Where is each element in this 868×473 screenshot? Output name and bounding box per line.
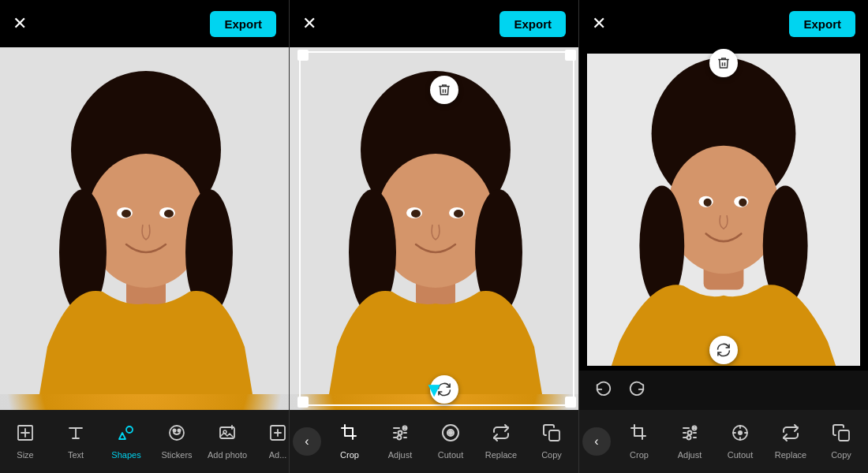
stickers-icon bbox=[167, 423, 186, 447]
panel-3-toolbar-scroll[interactable]: Crop Adjust bbox=[614, 410, 866, 473]
toolbar-chevron-left[interactable]: ‹ bbox=[293, 427, 321, 456]
tool-size[interactable]: Size bbox=[0, 410, 51, 473]
tool-adjust-label: Adjust bbox=[388, 450, 413, 460]
tool-replace[interactable]: Replace bbox=[476, 410, 526, 473]
panel-3-cutout-icon bbox=[731, 423, 750, 447]
panel-3: ✕ Export bbox=[579, 0, 868, 473]
panel-1-export-button[interactable]: Export bbox=[210, 11, 276, 37]
tool-text[interactable]: Text bbox=[51, 410, 101, 473]
svg-point-34 bbox=[449, 431, 452, 434]
tool-adjust[interactable]: Adjust bbox=[375, 410, 425, 473]
panel-1-header: ✕ Export bbox=[0, 0, 289, 47]
panel-1-toolbar-scroll[interactable]: Size Text Sha bbox=[0, 410, 289, 473]
tool-add-photo-label: Add photo bbox=[208, 450, 247, 460]
panel-3-copy-label: Copy bbox=[831, 450, 851, 460]
panel-2-export-button[interactable]: Export bbox=[499, 11, 566, 37]
svg-point-44 bbox=[704, 199, 712, 207]
panel-3-toolbar-chevron-left[interactable]: ‹ bbox=[582, 427, 611, 456]
shapes-icon bbox=[117, 423, 136, 447]
svg-point-14 bbox=[170, 426, 184, 440]
panel-2-close-button[interactable]: ✕ bbox=[302, 15, 316, 32]
copy-icon bbox=[542, 423, 561, 447]
panel-1-person-photo bbox=[0, 47, 289, 410]
adjust-icon bbox=[391, 423, 410, 447]
panel-1-toolbar: Size Text Sha bbox=[0, 410, 289, 473]
size-icon bbox=[16, 423, 35, 447]
panel-3-copy-icon bbox=[832, 423, 851, 447]
panel-2-arrow-indicator: ▼ bbox=[424, 378, 444, 402]
svg-point-33 bbox=[454, 210, 463, 218]
tool-stickers[interactable]: Stickers bbox=[152, 410, 202, 473]
panel-1-photo-area bbox=[0, 47, 289, 410]
add2-icon bbox=[268, 423, 287, 447]
panel-2-toolbar-scroll[interactable]: Crop Adjust bbox=[324, 410, 577, 473]
svg-point-39 bbox=[668, 146, 780, 274]
cutout-icon bbox=[441, 423, 460, 447]
svg-point-45 bbox=[739, 199, 746, 207]
panel-3-delete-icon[interactable] bbox=[709, 49, 738, 77]
svg-rect-35 bbox=[549, 430, 559, 441]
tool-replace-label: Replace bbox=[485, 450, 517, 460]
replace-icon bbox=[492, 423, 511, 447]
panel-3-white-card bbox=[587, 54, 860, 366]
panel-3-adjust-icon bbox=[680, 423, 699, 447]
panel-3-tool-cutout[interactable]: Cutout bbox=[715, 410, 765, 473]
panel-3-crop-label: Crop bbox=[630, 450, 649, 460]
panel-3-header: ✕ Export bbox=[579, 0, 868, 47]
panel-3-replace-label: Replace bbox=[775, 450, 806, 460]
svg-point-8 bbox=[122, 210, 131, 218]
panel-3-tool-crop[interactable]: Crop bbox=[614, 410, 664, 473]
panel-2-toolbar: ‹ Crop bbox=[290, 410, 578, 473]
panel-2-photo-area bbox=[290, 47, 578, 410]
tool-crop-label: Crop bbox=[340, 450, 359, 460]
svg-point-15 bbox=[174, 430, 176, 432]
panel-3-tool-replace[interactable]: Replace bbox=[765, 410, 816, 473]
svg-point-47 bbox=[738, 430, 743, 435]
panel-3-close-button[interactable]: ✕ bbox=[592, 15, 606, 32]
tool-shapes-label: Shapes bbox=[111, 450, 140, 460]
text-icon bbox=[66, 423, 85, 447]
add-photo-icon bbox=[218, 423, 237, 447]
tool-crop[interactable]: Crop bbox=[324, 410, 375, 473]
svg-point-16 bbox=[178, 430, 181, 432]
redo-button[interactable] bbox=[628, 380, 645, 401]
crop-icon bbox=[340, 423, 359, 447]
tool-text-label: Text bbox=[68, 450, 84, 460]
panel-3-adjust-label: Adjust bbox=[678, 450, 702, 460]
tool-copy-label: Copy bbox=[541, 450, 562, 460]
panel-2-header: ✕ Export bbox=[290, 0, 578, 47]
undo-button[interactable] bbox=[595, 380, 612, 401]
tool-size-label: Size bbox=[17, 450, 33, 460]
panel-3-rotate-icon[interactable] bbox=[709, 336, 738, 364]
tool-cutout-label: Cutout bbox=[438, 450, 463, 460]
svg-point-32 bbox=[411, 210, 421, 218]
panel-3-toolbar: ‹ Crop bbox=[579, 410, 868, 473]
panel-3-crop-icon bbox=[630, 423, 649, 447]
panel-3-export-button[interactable]: Export bbox=[789, 11, 855, 37]
tool-add2[interactable]: Ad... bbox=[253, 410, 289, 473]
panel-1: ✕ Export bbox=[0, 0, 289, 473]
tool-cutout[interactable]: Cutout bbox=[425, 410, 476, 473]
panel-2-delete-icon[interactable] bbox=[430, 76, 458, 104]
panel-3-cutout-label: Cutout bbox=[728, 450, 753, 460]
tool-copy[interactable]: Copy bbox=[526, 410, 577, 473]
panel-3-replace-icon bbox=[781, 423, 800, 447]
panel-2-person-photo bbox=[290, 47, 578, 410]
svg-point-9 bbox=[164, 210, 174, 218]
svg-rect-52 bbox=[839, 430, 849, 441]
panel-3-tool-copy[interactable]: Copy bbox=[816, 410, 866, 473]
panel-2: ✕ Export bbox=[290, 0, 578, 473]
panel-3-tool-adjust[interactable]: Adjust bbox=[664, 410, 715, 473]
tool-shapes[interactable]: Shapes bbox=[101, 410, 152, 473]
tool-add2-label: Ad... bbox=[269, 450, 287, 460]
panel-1-close-button[interactable]: ✕ bbox=[13, 15, 27, 32]
svg-point-13 bbox=[126, 426, 133, 433]
undo-redo-bar bbox=[579, 371, 868, 410]
tool-stickers-label: Stickers bbox=[161, 450, 192, 460]
tool-add-photo[interactable]: Add photo bbox=[202, 410, 253, 473]
